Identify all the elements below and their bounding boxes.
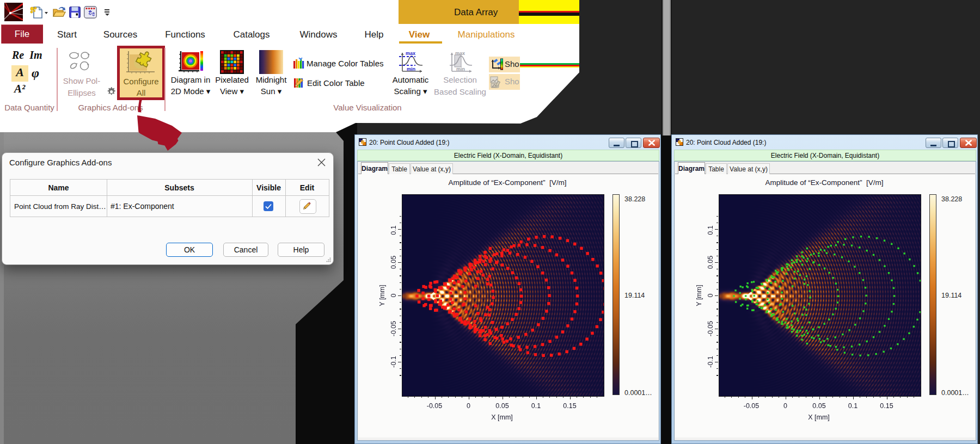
svg-text:min: min [407,66,415,72]
svg-text:min: min [456,66,465,72]
svg-text:max: max [406,51,415,56]
svg-text:max: max [455,51,465,56]
